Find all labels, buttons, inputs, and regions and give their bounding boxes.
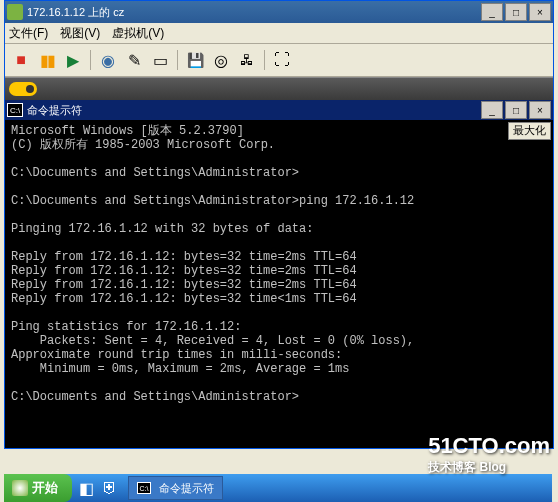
stop-button[interactable]: ■: [9, 48, 33, 72]
snapshot-button[interactable]: ◉: [96, 48, 120, 72]
desktop-icon: ◧: [79, 479, 94, 498]
vm-header: [5, 77, 553, 100]
outer-titlebar[interactable]: 172.16.1.12 上的 cz _ □ ×: [5, 1, 553, 23]
notes-icon: ✎: [128, 51, 141, 70]
cmd-title: 命令提示符: [27, 103, 481, 118]
cd-button[interactable]: ◎: [209, 48, 233, 72]
menu-vm[interactable]: 虚拟机(V): [112, 25, 164, 42]
play-button[interactable]: ▶: [61, 48, 85, 72]
close-button[interactable]: ×: [529, 3, 551, 21]
quicklaunch-desktop[interactable]: ◧: [76, 478, 96, 498]
maximize-button[interactable]: □: [505, 3, 527, 21]
window-title: 172.16.1.12 上的 cz: [27, 5, 481, 20]
fullscreen-icon: ⛶: [274, 51, 290, 69]
menu-view[interactable]: 视图(V): [60, 25, 100, 42]
cmd-icon: C:\: [7, 103, 23, 117]
cmd-maximize-button[interactable]: □: [505, 101, 527, 119]
separator: [177, 50, 178, 70]
taskbar: 开始 ◧ ⛨ C:\ 命令提示符: [4, 474, 552, 502]
floppy-icon: 💾: [187, 52, 204, 68]
separator: [90, 50, 91, 70]
menubar: 文件(F) 视图(V) 虚拟机(V): [5, 23, 553, 44]
minimize-button[interactable]: _: [481, 3, 503, 21]
vm-tag-icon: [9, 82, 37, 96]
pause-button[interactable]: ▮▮: [35, 48, 59, 72]
window-icon: ▭: [153, 51, 168, 70]
console-output[interactable]: 最大化Microsoft Windows [版本 5.2.3790] (C) 版…: [5, 120, 553, 448]
pause-icon: ▮▮: [40, 51, 54, 70]
stop-icon: ■: [16, 51, 26, 69]
app-icon: [7, 4, 23, 20]
menu-file[interactable]: 文件(F): [9, 25, 48, 42]
network-icon: 🖧: [240, 52, 254, 68]
view-button[interactable]: ▭: [148, 48, 172, 72]
quicklaunch-security[interactable]: ⛨: [100, 478, 120, 498]
start-label: 开始: [32, 479, 58, 497]
console-text: Microsoft Windows [版本 5.2.3790] (C) 版权所有…: [11, 124, 414, 404]
shield-icon: ⛨: [102, 479, 118, 497]
vm-client-window: 172.16.1.12 上的 cz _ □ × 文件(F) 视图(V) 虚拟机(…: [4, 0, 554, 449]
notes-button[interactable]: ✎: [122, 48, 146, 72]
cd-icon: ◎: [214, 51, 228, 70]
snapshot-icon: ◉: [101, 51, 115, 70]
cmd-minimize-button[interactable]: _: [481, 101, 503, 119]
separator: [264, 50, 265, 70]
cmd-close-button[interactable]: ×: [529, 101, 551, 119]
cmd-titlebar[interactable]: C:\ 命令提示符 _ □ ×: [5, 100, 553, 120]
taskbar-item-cmd[interactable]: C:\ 命令提示符: [128, 476, 223, 500]
taskbar-item-label: 命令提示符: [159, 481, 214, 496]
start-icon: [12, 480, 28, 496]
floppy-button[interactable]: 💾: [183, 48, 207, 72]
network-button[interactable]: 🖧: [235, 48, 259, 72]
start-button[interactable]: 开始: [4, 474, 72, 502]
play-icon: ▶: [67, 51, 79, 70]
cmd-icon: C:\: [137, 482, 151, 494]
fullscreen-button[interactable]: ⛶: [270, 48, 294, 72]
toolbar: ■ ▮▮ ▶ ◉ ✎ ▭ 💾 ◎ 🖧 ⛶: [5, 44, 553, 77]
maximize-label-button[interactable]: 最大化: [508, 122, 551, 140]
